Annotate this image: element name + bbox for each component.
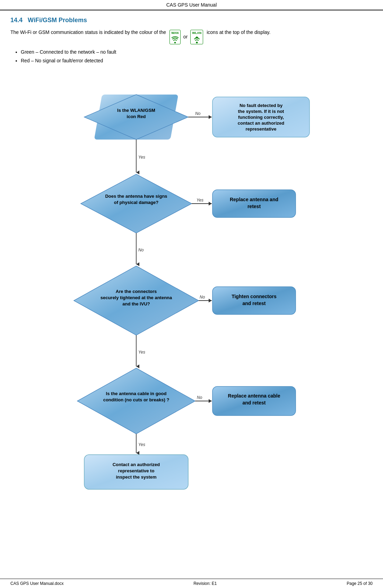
r1-line4: contact an authorized	[237, 121, 284, 126]
q3-text-line1: Are the connectors	[115, 289, 156, 294]
flowchart: Is the WLAN/GSM icon Red No fault detect…	[10, 72, 373, 515]
icon-group: WAN or WLAN	[169, 30, 203, 44]
intro-text: The Wi-Fi or GSM communication status is…	[10, 29, 166, 35]
footer-center: Revision: E1	[193, 581, 217, 586]
label-q2-no: No	[138, 248, 144, 252]
r2-line1: Replace antenna and	[229, 197, 278, 202]
footer-left: CAS GPS User Manual.docx	[10, 581, 63, 586]
r2-line2: retest	[247, 204, 260, 209]
label-q3-no: No	[200, 295, 205, 300]
bullet-item: Green – Connected to the network – no fa…	[21, 48, 373, 56]
label-q4-yes: Yes	[138, 442, 145, 447]
flowchart-svg: Is the WLAN/GSM icon Red No fault detect…	[43, 72, 341, 515]
label-q1-yes: Yes	[138, 155, 145, 160]
q2-text-line1: Does the antenna have signs	[105, 194, 167, 199]
q3-shape	[74, 266, 199, 335]
r5-line2: representative to	[118, 468, 154, 473]
r1-line3: functioning correctly,	[238, 115, 284, 120]
bullet-item: Red – No signal or fault/error detected	[21, 56, 373, 65]
wan-icon: WAN	[169, 30, 181, 44]
label-q4-no: No	[197, 395, 202, 400]
q1-text-line2: icon Red	[127, 114, 146, 119]
r1-line2: the system. If it is not	[238, 109, 284, 114]
q2-text-line2: of physical damage?	[114, 200, 158, 205]
label-q3-yes: Yes	[138, 350, 145, 355]
footer-right: Page 25 of 30	[347, 581, 373, 586]
label-q2-yes: Yes	[197, 198, 203, 203]
page-footer: CAS GPS User Manual.docx Revision: E1 Pa…	[0, 579, 383, 588]
or-label: or	[183, 33, 188, 41]
r5-line3: inspect the system	[116, 474, 156, 480]
intro-suffix: icons at the top of the display.	[207, 29, 270, 35]
wlan-icon: WLAN	[190, 30, 203, 44]
svg-rect-1	[196, 42, 198, 43]
r4-line1: Replace antenna cable	[228, 393, 280, 399]
q1-text-line1: Is the WLAN/GSM	[117, 108, 155, 113]
section-title: 14.4 WiFi/GSM Problems	[10, 17, 373, 24]
r4-line2: and retest	[242, 400, 266, 406]
q3-text-line2: securely tightened at the antenna	[100, 295, 172, 300]
q4-text-line1: Is the antenna cable in good	[106, 391, 166, 396]
svg-rect-0	[174, 42, 176, 43]
q3-text-line3: and the IVU?	[122, 301, 150, 306]
r3-line2: and retest	[242, 301, 266, 306]
r3-line1: Tighten connectors	[232, 294, 277, 299]
q4-text-line2: condition (no cuts or breaks) ?	[103, 397, 169, 402]
r1-line1: No fault detected by	[239, 103, 282, 108]
page-header: CAS GPS User Manual	[0, 0, 383, 10]
bullet-list: Green – Connected to the network – no fa…	[21, 48, 373, 65]
r5-line1: Contact an authorized	[112, 462, 160, 467]
label-q1-no: No	[195, 111, 201, 116]
r1-line5: representative	[245, 126, 276, 132]
